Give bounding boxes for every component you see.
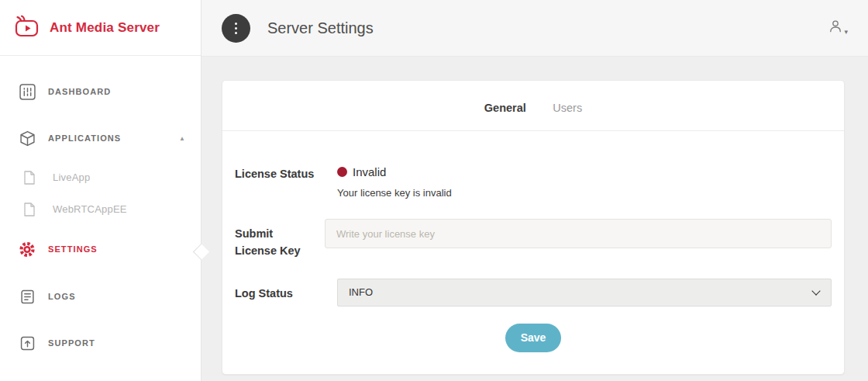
- license-status-value-col: Invalid Your license key is invalid: [337, 165, 832, 199]
- log-status-col: INFO: [337, 279, 832, 307]
- sidebar-item-support[interactable]: SUPPORT: [0, 320, 201, 366]
- page-title: Server Settings: [267, 19, 828, 37]
- sidebar-toggle-button[interactable]: [222, 14, 250, 43]
- brand-logo[interactable]: Ant Media Server: [0, 0, 201, 56]
- log-status-select[interactable]: INFO: [337, 279, 832, 307]
- tab-bar: General Users: [222, 81, 844, 131]
- sidebar-item-label: LOGS: [48, 292, 76, 301]
- sidebar-item-dashboard[interactable]: DASHBOARD: [0, 68, 201, 115]
- sidebar-item-label: SETTINGS: [48, 244, 98, 254]
- server-settings-form: License Status Invalid Your license key …: [222, 131, 844, 352]
- sidebar-item-settings[interactable]: SETTINGS: [0, 225, 201, 273]
- file-icon: [21, 203, 38, 216]
- sidebar-item-label: SUPPORT: [48, 338, 95, 348]
- applications-icon: [19, 130, 36, 147]
- logs-icon: [19, 289, 36, 304]
- save-button[interactable]: Save: [505, 324, 562, 352]
- gear-icon: [19, 241, 36, 258]
- collapse-caret-icon[interactable]: ▲: [179, 135, 185, 142]
- license-status-label: License Status: [235, 165, 319, 182]
- chevron-down-icon: ▾: [844, 28, 848, 37]
- sidebar-item-label: APPLICATIONS: [48, 133, 121, 143]
- license-key-col: [325, 219, 832, 248]
- log-status-label: Log Status: [235, 279, 319, 302]
- top-header: Server Settings ▾: [202, 0, 868, 57]
- log-status-row: Log Status INFO: [235, 279, 832, 307]
- license-key-label: Submit License Key: [235, 219, 306, 260]
- content-area: General Users License Status Invalid You…: [202, 57, 868, 381]
- sidebar-item-webrtcappee[interactable]: WebRTCAppEE: [0, 193, 201, 225]
- license-key-input[interactable]: [325, 219, 832, 248]
- license-key-row: Submit License Key: [235, 219, 832, 260]
- sidebar-item-liveapp[interactable]: LiveApp: [0, 161, 201, 193]
- sidebar: Ant Media Server DASHBOARD APPLICATIONS …: [0, 0, 202, 381]
- brand-name: Ant Media Server: [50, 20, 160, 36]
- tab-users[interactable]: Users: [553, 102, 582, 114]
- support-icon: [19, 336, 36, 351]
- user-menu-button[interactable]: ▾: [828, 19, 848, 37]
- license-status-description: Your license key is invalid: [337, 187, 832, 199]
- sidebar-item-label: WebRTCAppEE: [53, 203, 127, 215]
- dashboard-icon: [19, 84, 36, 100]
- sidebar-item-applications[interactable]: APPLICATIONS ▲: [0, 115, 201, 161]
- sidebar-item-label: DASHBOARD: [48, 87, 111, 96]
- main-area: Server Settings ▾ General Users License …: [202, 0, 868, 381]
- status-dot-icon: [337, 167, 347, 177]
- tab-general[interactable]: General: [484, 102, 526, 114]
- user-icon: [828, 19, 843, 37]
- license-status-value: Invalid: [353, 165, 386, 178]
- log-status-select-wrap: INFO: [337, 279, 832, 307]
- file-icon: [21, 171, 38, 185]
- sidebar-nav: DASHBOARD APPLICATIONS ▲ LiveApp: [0, 56, 201, 366]
- kebab-dot: [235, 32, 237, 34]
- sidebar-item-label: LiveApp: [53, 171, 90, 183]
- settings-card: General Users License Status Invalid You…: [222, 80, 845, 375]
- license-status-line: Invalid: [337, 165, 832, 178]
- kebab-dot: [235, 23, 237, 25]
- ant-media-logo-icon: [14, 15, 42, 41]
- kebab-dot: [235, 27, 237, 29]
- license-status-row: License Status Invalid Your license key …: [235, 165, 832, 199]
- sidebar-item-logs[interactable]: LOGS: [0, 273, 201, 320]
